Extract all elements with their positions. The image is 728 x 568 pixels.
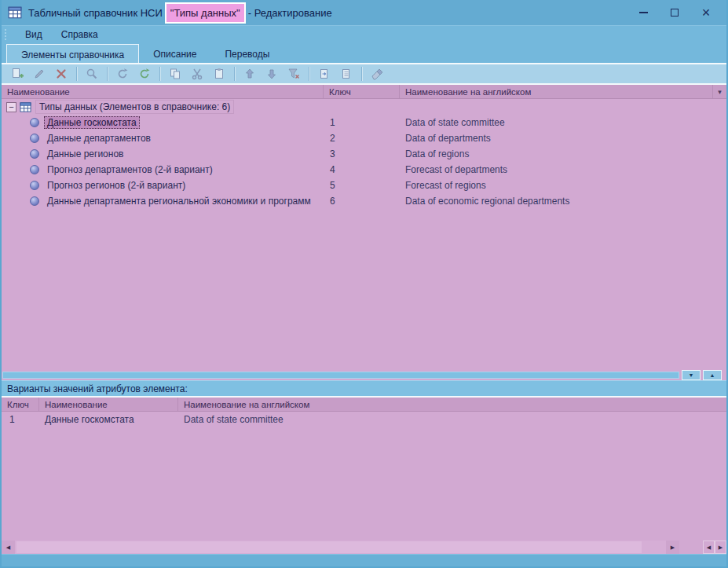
add-button[interactable] [6,65,28,82]
column-chooser-button[interactable]: ▾ [712,85,726,98]
collapse-icon[interactable]: − [6,102,16,112]
splitter-bar[interactable] [2,372,679,379]
panel-splitter[interactable]: ▼ ▲ [2,370,726,380]
pane-scroll-left-button[interactable]: ◀ [703,541,715,554]
menu-view[interactable]: Вид [16,27,52,42]
clear-filter-icon [287,68,300,80]
refresh-icon [116,68,129,80]
tab-elements[interactable]: Элементы справочника [6,44,139,63]
element-icon [30,181,39,190]
minimize-icon [639,12,648,13]
pane-scroll-right-button[interactable]: ▶ [715,541,726,554]
window-title: Табличный справочник НСИ "Типы данных" -… [28,2,332,24]
title-suffix: - Редактирование [248,7,332,19]
tree-empty-area [2,209,726,370]
move-down-icon [265,68,278,80]
title-bar[interactable]: Табличный справочник НСИ "Типы данных" -… [2,0,726,25]
scroll-left-button[interactable]: ◀ [2,541,15,554]
table-icon [20,101,31,113]
move-down-button[interactable] [261,65,283,82]
copy-button[interactable] [164,65,186,82]
variants-column-english[interactable]: Наименование на английском [178,398,726,411]
cut-button[interactable] [186,65,208,82]
tree-row[interactable]: Прогноз регионов (2-й вариант) 5 Forecas… [2,178,726,193]
export-icon [318,68,331,80]
maximize-button[interactable] [659,2,690,24]
clear-button[interactable] [366,65,388,82]
bottom-border-strip [2,554,726,566]
variants-row-key: 1 [2,414,39,425]
row-key: 1 [324,117,400,128]
tree-row[interactable]: Данные департамента региональной экономи… [2,193,726,209]
tree-row[interactable]: Данные регионов 3 Data of regions [2,146,726,162]
toolbar-separator [107,67,108,81]
variants-row[interactable]: 1 Данные госкомстата Data of state commi… [2,412,726,427]
expand-panel-button[interactable]: ▲ [703,370,722,380]
edit-button[interactable] [28,65,50,82]
window-controls: × [627,2,722,24]
delete-icon [55,68,68,80]
refresh-all-icon [138,68,151,80]
variants-column-name[interactable]: Наименование [39,398,178,411]
refresh-button[interactable] [112,65,134,82]
variants-grid-header: Ключ Наименование Наименование на англий… [2,398,726,412]
variants-row-english: Data of state committee [178,414,726,425]
row-name: Данные департамента региональной экономи… [44,195,314,207]
tree-row[interactable]: Данные госкомстата 1 Data of state commi… [2,115,726,130]
delete-button[interactable] [50,65,72,82]
tab-description[interactable]: Описание [139,44,210,63]
title-highlight-annotation: "Типы данных" [165,2,246,24]
minimize-button[interactable] [627,2,659,24]
title-prefix: Табличный справочник НСИ [28,7,163,19]
scroll-right-button[interactable]: ▶ [666,541,679,554]
scroll-thumb[interactable] [16,541,642,553]
variants-empty-area [2,427,726,541]
menu-help[interactable]: Справка [52,27,108,42]
import-button[interactable] [335,65,357,82]
root-name-cell: − Типы данных (Элементов в справочнике: … [2,100,324,114]
row-key: 3 [324,148,400,159]
tab-translations[interactable]: Переводы [210,44,284,63]
row-name: Данные регионов [44,148,126,160]
variants-panel-header: Варианты значений атрибутов элемента: [2,380,726,398]
app-icon [8,5,22,20]
close-button[interactable]: × [690,2,722,24]
copy-icon [169,68,181,80]
row-english: Forecast of departments [400,164,726,175]
variants-panel-label: Варианты значений атрибутов элемента: [7,383,188,394]
paste-icon [213,68,225,80]
element-icon [30,118,39,127]
row-english: Data of departments [400,133,726,144]
search-button[interactable] [81,65,103,82]
export-button[interactable] [313,65,335,82]
refresh-all-button[interactable] [134,65,155,82]
menu-bar: Вид Справка [2,25,726,42]
search-icon [86,68,98,80]
row-english: Data of state committee [400,117,726,128]
row-name: Прогноз департаментов (2-й вариант) [44,163,216,176]
column-header-name[interactable]: Наименование [2,85,324,98]
variants-column-key[interactable]: Ключ [2,398,39,411]
clear-filter-button[interactable] [283,65,305,82]
scroll-track[interactable] [15,541,666,554]
collapse-panel-button[interactable]: ▼ [682,370,701,380]
eraser-icon [371,68,383,80]
paste-button[interactable] [208,65,230,82]
toolbar-separator [234,67,235,81]
column-header-key[interactable]: Ключ [324,85,400,98]
row-key: 4 [324,164,400,175]
tree-root-row[interactable]: − Типы данных (Элементов в справочнике: … [2,99,726,115]
scrollbar-gap [679,541,703,554]
cut-icon [191,68,203,80]
row-name: Данные госкомстата [44,116,140,129]
row-name: Данные департаментов [44,132,154,145]
toolbar-separator [361,67,362,81]
move-up-button[interactable] [239,65,261,82]
column-header-english[interactable]: Наименование на английском [400,85,712,98]
element-icon [30,149,39,159]
toolbar-separator [76,67,77,81]
row-name: Прогноз регионов (2-й вариант) [44,179,188,192]
tree-row[interactable]: Данные департаментов 2 Data of departmen… [2,130,726,146]
toolbar [2,63,726,85]
tree-row[interactable]: Прогноз департаментов (2-й вариант) 4 Fo… [2,162,726,178]
